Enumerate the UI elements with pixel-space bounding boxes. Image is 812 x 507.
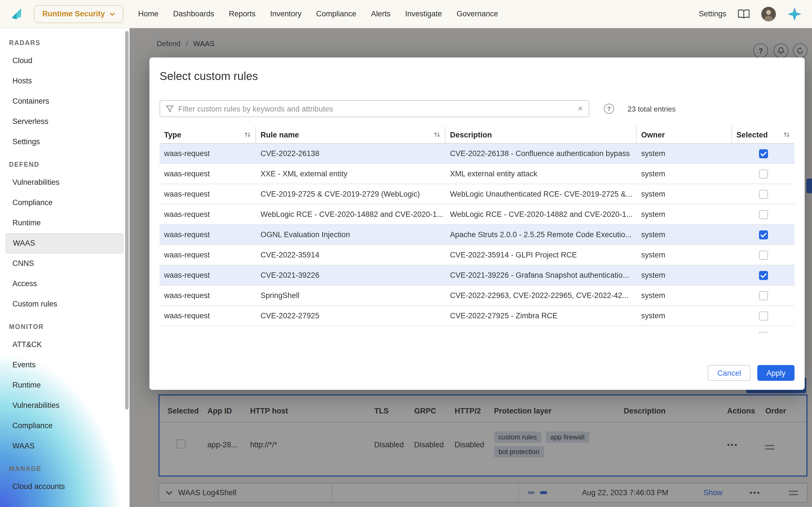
rule-type-cell: waas-request: [160, 312, 256, 320]
filter-input[interactable]: [178, 105, 577, 113]
sidebar-item-monitor-compliance[interactable]: Compliance: [0, 416, 129, 436]
sidebar-item-defend-waas[interactable]: WAAS: [6, 233, 123, 253]
sidebar-item-defend-custom-rules[interactable]: Custom rules: [0, 294, 129, 314]
custom-rule-row[interactable]: waas-requestWebLogic RCE - CVE-2020-1488…: [160, 205, 795, 225]
cancel-button[interactable]: Cancel: [708, 365, 751, 381]
user-avatar[interactable]: [761, 6, 776, 21]
rule-selected-checkbox[interactable]: [759, 271, 768, 280]
docs-book-icon[interactable]: [738, 9, 750, 19]
col-label: Type: [164, 130, 181, 139]
rule-name-cell: CVE-2022-26138: [256, 149, 446, 158]
rule-selected-cell: [732, 210, 795, 219]
rule-selected-cell: [732, 149, 795, 158]
sidebar-item-radars-settings[interactable]: Settings: [0, 132, 129, 152]
rule-selected-checkbox[interactable]: [759, 169, 768, 178]
rules-col-selected[interactable]: Selected: [732, 126, 795, 143]
rule-selected-checkbox[interactable]: [759, 332, 768, 334]
rule-name-cell: CVE-2021-39226: [256, 271, 446, 279]
rule-selected-cell: [732, 271, 795, 280]
rules-col-rule-name[interactable]: Rule name: [256, 126, 446, 143]
rule-owner-cell: system: [637, 271, 732, 279]
sidebar-item-defend-runtime[interactable]: Runtime: [0, 213, 129, 233]
rules-table-body: waas-requestCVE-2022-26138CVE-2022-26138…: [160, 144, 795, 334]
rule-selected-checkbox[interactable]: [759, 189, 768, 199]
rules-table-header: TypeRule nameDescriptionOwnerSelected: [160, 126, 795, 144]
sidebar-item-manage-cloud-accounts[interactable]: Cloud accounts: [0, 476, 129, 497]
custom-rule-row[interactable]: waas-requestSpringShellCVE-2022-22963, C…: [160, 286, 795, 306]
sidebar-section-manage: MANAGE: [0, 456, 129, 476]
rule-type-cell: waas-request: [160, 230, 256, 239]
rule-selected-checkbox[interactable]: [759, 311, 768, 320]
rule-owner-cell: system: [637, 190, 732, 198]
brand-logo-icon[interactable]: [8, 5, 25, 22]
rule-type-cell: waas-request: [160, 291, 256, 300]
rule-type-cell: waas-request: [160, 271, 256, 279]
sidebar-item-radars-serverless[interactable]: Serverless: [0, 112, 129, 132]
nav-item-inventory[interactable]: Inventory: [270, 10, 301, 18]
sidebar-item-radars-cloud[interactable]: Cloud: [0, 51, 129, 71]
clear-filter-icon[interactable]: ✕: [577, 105, 583, 113]
sidebar-section-monitor: MONITOR: [0, 314, 129, 335]
sidebar-item-defend-cnns[interactable]: CNNS: [0, 253, 129, 274]
sort-icon[interactable]: [244, 131, 251, 138]
sidebar-item-radars-hosts[interactable]: Hosts: [0, 71, 129, 91]
nav-item-home[interactable]: Home: [138, 10, 158, 18]
product-switcher-label: Runtime Security: [42, 10, 105, 18]
rule-selected-checkbox[interactable]: [759, 149, 768, 158]
custom-rule-row[interactable]: [160, 326, 795, 334]
nav-item-governance[interactable]: Governance: [457, 10, 498, 18]
sidebar-item-monitor-events[interactable]: Events: [0, 355, 129, 375]
app-root: Runtime Security HomeDashboardsReportsIn…: [0, 0, 812, 507]
sidebar-item-defend-compliance[interactable]: Compliance: [0, 193, 129, 213]
rules-table: TypeRule nameDescriptionOwnerSelected wa…: [160, 126, 795, 334]
modal-toolbar: ✕ ? 23 total entries: [160, 100, 795, 117]
sidebar-item-monitor-runtime[interactable]: Runtime: [0, 375, 129, 395]
rule-selected-checkbox[interactable]: [759, 210, 768, 219]
sidebar-item-monitor-vulnerabilities[interactable]: Vulnerabilities: [0, 395, 129, 416]
custom-rule-row[interactable]: waas-requestCVE-2019-2725 & CVE-2019-272…: [160, 184, 795, 205]
nav-item-settings[interactable]: Settings: [699, 10, 726, 18]
sort-icon[interactable]: [434, 131, 441, 138]
select-custom-rules-modal: Select custom rules ✕ ? 23 total entries…: [149, 57, 805, 390]
rule-description-cell: CVE-2022-22963, CVE-2022-22965, CVE-2022…: [446, 291, 637, 300]
product-switcher[interactable]: Runtime Security: [34, 5, 123, 23]
nav-item-reports[interactable]: Reports: [229, 10, 256, 18]
apply-button[interactable]: Apply: [757, 365, 795, 381]
sort-icon[interactable]: [783, 131, 790, 138]
sidebar-item-defend-vulnerabilities[interactable]: Vulnerabilities: [0, 172, 129, 193]
sidebar-item-defend-access[interactable]: Access: [0, 274, 129, 294]
sidebar-item-monitor-att-ck[interactable]: ATT&CK: [0, 335, 129, 355]
custom-rule-row[interactable]: waas-requestCVE-2022-26138CVE-2022-26138…: [160, 144, 795, 164]
col-label: Description: [450, 130, 492, 139]
rule-owner-cell: system: [637, 230, 732, 239]
sidebar-item-monitor-waas[interactable]: WAAS: [0, 436, 129, 456]
rule-selected-checkbox[interactable]: [759, 230, 768, 239]
sidebar-scrollbar[interactable]: [125, 31, 129, 409]
custom-rule-row[interactable]: waas-requestXXE - XML external entityXML…: [160, 164, 795, 184]
rule-name-cell: XXE - XML external entity: [256, 170, 446, 178]
custom-rule-row[interactable]: waas-requestCVE-2022-27925CVE-2022-27925…: [160, 306, 795, 326]
rule-type-cell: waas-request: [160, 210, 256, 219]
topnav-right: Settings: [699, 6, 802, 21]
rule-type-cell: waas-request: [160, 251, 256, 259]
custom-rule-row[interactable]: waas-requestOGNL Evaluation InjectionApa…: [160, 225, 795, 245]
rule-owner-cell: system: [637, 251, 732, 259]
nav-item-alerts[interactable]: Alerts: [371, 10, 391, 18]
prisma-cloud-star-icon[interactable]: [787, 6, 802, 21]
col-label: Rule name: [260, 130, 299, 139]
rule-name-cell: CVE-2022-35914: [256, 251, 446, 259]
rules-col-type[interactable]: Type: [160, 126, 256, 143]
rule-owner-cell: system: [637, 170, 732, 178]
nav-item-investigate[interactable]: Investigate: [405, 10, 442, 18]
custom-rule-row[interactable]: waas-requestCVE-2022-35914CVE-2022-35914…: [160, 245, 795, 265]
nav-item-dashboards[interactable]: Dashboards: [173, 10, 214, 18]
help-icon[interactable]: ?: [604, 104, 614, 114]
custom-rule-row[interactable]: waas-requestCVE-2021-39226CVE-2021-39226…: [160, 265, 795, 286]
rule-type-cell: waas-request: [160, 149, 256, 158]
rules-col-description: Description: [446, 126, 637, 143]
sidebar-item-radars-containers[interactable]: Containers: [0, 91, 129, 112]
nav-item-compliance[interactable]: Compliance: [316, 10, 356, 18]
rule-selected-checkbox[interactable]: [759, 250, 768, 260]
rule-description-cell: Apache Struts 2.0.0 - 2.5.25 Remote Code…: [446, 230, 637, 239]
rule-selected-checkbox[interactable]: [759, 291, 768, 300]
